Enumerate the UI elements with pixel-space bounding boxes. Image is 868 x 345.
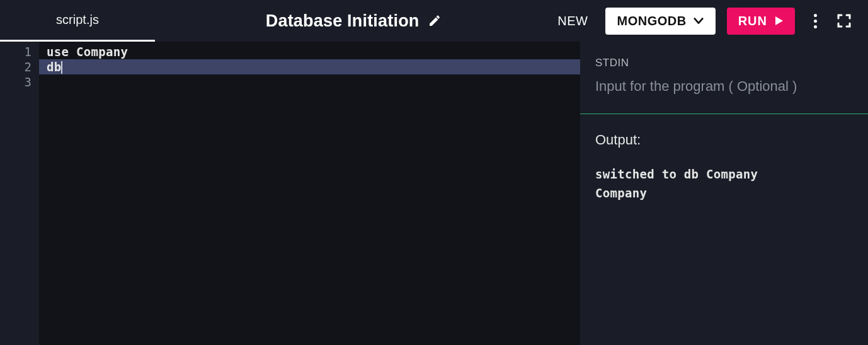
side-panel: STDIN Output: switched to db Company Com… [580, 42, 868, 345]
page-title: Database Initiation [266, 11, 420, 31]
fullscreen-button[interactable] [835, 12, 853, 30]
code-area[interactable]: use Companydb [39, 42, 580, 345]
run-button[interactable]: RUN [727, 8, 795, 35]
stdin-block: STDIN [580, 42, 868, 114]
new-button-label: NEW [557, 14, 588, 28]
stdin-input[interactable] [595, 78, 853, 95]
title-area: Database Initiation [155, 11, 551, 31]
edit-title-icon[interactable] [428, 15, 441, 27]
file-tab-label: script.js [56, 13, 99, 27]
stdin-label: STDIN [595, 57, 853, 69]
file-tab[interactable]: script.js [0, 0, 155, 42]
line-number: 3 [0, 74, 31, 90]
output-block: Output: switched to db Company Company [580, 114, 868, 202]
play-icon [774, 16, 784, 26]
toolbar: script.js Database Initiation NEW MONGOD… [0, 0, 868, 42]
new-button[interactable]: NEW [551, 10, 594, 32]
output-text: switched to db Company Company [595, 165, 853, 202]
code-editor[interactable]: 123 use Companydb [0, 42, 580, 345]
body-area: 123 use Companydb STDIN Output: switched… [0, 42, 868, 345]
right-controls: NEW MONGODB RUN [551, 8, 853, 35]
fullscreen-icon [837, 13, 852, 28]
code-line[interactable]: db [39, 59, 580, 74]
language-label: MONGODB [617, 14, 686, 28]
line-number: 1 [0, 44, 31, 59]
code-line[interactable] [39, 74, 580, 90]
line-number: 2 [0, 59, 31, 74]
line-numbers-gutter: 123 [0, 42, 39, 345]
text-cursor [61, 61, 62, 74]
run-button-label: RUN [738, 14, 767, 28]
code-line[interactable]: use Company [39, 44, 580, 59]
output-label: Output: [595, 132, 853, 148]
language-selector[interactable]: MONGODB [605, 8, 715, 35]
more-vertical-icon [814, 14, 817, 28]
chevron-down-icon [693, 15, 704, 26]
tab-area: script.js [0, 0, 155, 42]
more-options-button[interactable] [806, 12, 824, 30]
